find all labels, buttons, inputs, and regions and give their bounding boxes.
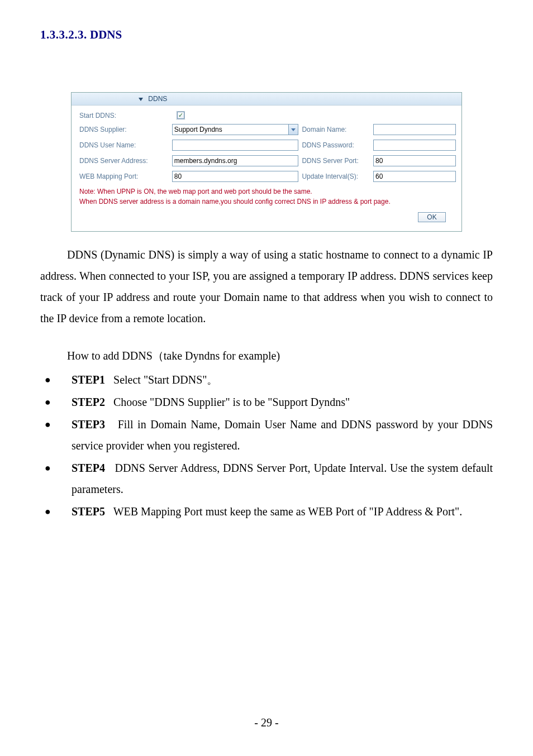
label-user-name: DDNS User Name: [79,141,172,149]
steps-list: STEP1 Select "Start DDNS"。 STEP2 Choose … [40,369,493,522]
page-number: - 29 - [0,716,533,729]
label-update-interval: Update Interval(S): [298,173,373,180]
step-3-label: STEP3 [72,418,105,430]
step-4-text: DDNS Server Address, DDNS Server Port, U… [72,462,493,495]
row-username-password: DDNS User Name: DDNS Password: [79,140,456,151]
heading-title: DDNS [90,28,122,41]
start-ddns-checkbox[interactable]: ✓ [177,111,185,119]
step-1-label: STEP1 [72,374,105,386]
dropdown-button[interactable] [288,125,298,135]
note-block: Note: When UPNP is ON, the web map port … [79,186,456,207]
step-4-label: STEP4 [72,462,105,474]
ddns-panel-body: Start DDNS: ✓ DDNS Supplier: Support Dyn… [72,106,461,231]
label-server-address: DDNS Server Address: [79,157,172,165]
step-3-text: Fill in Domain Name, Domain User Name an… [72,418,493,452]
description-paragraph: DDNS (Dynamic DNS) is simply a way of us… [40,244,493,329]
domain-name-input[interactable] [373,124,456,135]
step-2-text: Choose "DDNS Supplier" is to be "Support… [113,396,350,408]
note-line-2: When DDNS server address is a domain nam… [79,197,456,207]
row-server-address-port: DDNS Server Address: DDNS Server Port: [79,155,456,166]
label-start-ddns: Start DDNS: [79,112,177,119]
step-1: STEP1 Select "Start DDNS"。 [40,369,493,390]
check-icon: ✓ [177,112,184,119]
ddns-server-address-input[interactable] [172,155,298,166]
row-start-ddns: Start DDNS: ✓ [79,111,456,119]
web-mapping-port-input[interactable] [172,171,298,182]
label-web-mapping-port: WEB Mapping Port: [79,173,172,180]
note-line-1: Note: When UPNP is ON, the web map port … [79,186,456,197]
ddns-supplier-select[interactable]: Support Dyndns [172,124,298,135]
chevron-down-icon [291,128,296,131]
step-5-text: WEB Mapping Port must keep the same as W… [113,505,463,518]
ddns-server-port-input[interactable] [373,155,456,166]
update-interval-input[interactable] [373,171,456,182]
step-4: STEP4 DDNS Server Address, DDNS Server P… [40,457,493,500]
howto-line: How to add DDNS（take Dyndns for example) [67,344,493,367]
label-supplier: DDNS Supplier: [79,126,172,133]
step-1-text: Select "Start DDNS"。 [113,374,218,386]
label-domain-name: Domain Name: [298,126,373,133]
row-webmap-update: WEB Mapping Port: Update Interval(S): [79,171,456,182]
row-supplier-domain: DDNS Supplier: Support Dyndns Domain Nam… [79,124,456,135]
step-2: STEP2 Choose "DDNS Supplier" is to be "S… [40,391,493,413]
chevron-down-icon [139,98,143,101]
ddns-supplier-value: Support Dyndns [173,125,288,135]
panel-title: DDNS [148,95,167,103]
ok-button[interactable]: OK [418,212,446,222]
label-password: DDNS Password: [298,141,373,149]
ddns-username-input[interactable] [172,140,298,151]
section-heading: 1.3.3.2.3. DDNS [40,28,493,42]
step-2-label: STEP2 [72,396,105,408]
ddns-panel: DDNS Start DDNS: ✓ DDNS Supplier: Suppor… [71,92,462,232]
step-3: STEP3 Fill in Domain Name, Domain User N… [40,414,493,456]
label-server-port: DDNS Server Port: [298,157,373,165]
step-5: STEP5 WEB Mapping Port must keep the sam… [40,501,493,522]
heading-number: 1.3.3.2.3. [40,28,87,41]
step-5-label: STEP5 [72,505,105,518]
ddns-password-input[interactable] [373,140,456,151]
ddns-panel-header[interactable]: DDNS [72,93,461,106]
ok-row: OK [79,207,456,227]
